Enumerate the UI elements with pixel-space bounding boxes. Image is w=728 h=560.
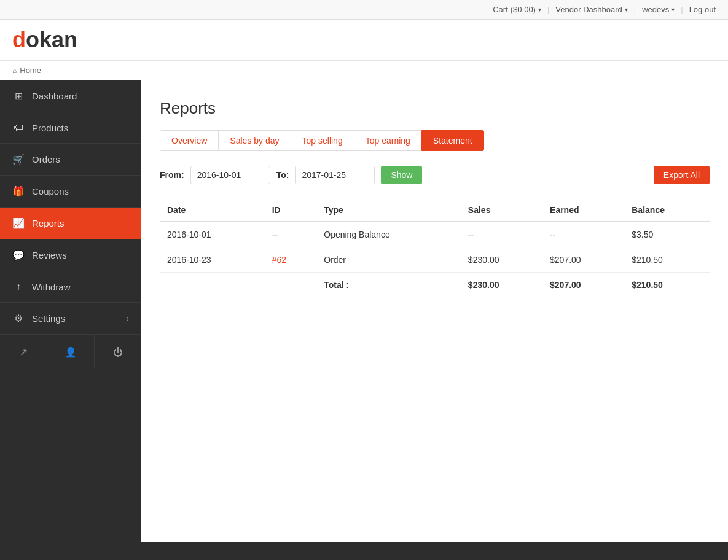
row1-sales: -- [461,222,542,247]
report-table: Date ID Type Sales Earned Balance 2016-1… [160,199,710,297]
table-row: 2016-10-01 -- Opening Balance -- -- $3.5… [160,222,710,247]
export-all-button[interactable]: Export All [654,166,710,184]
user-arrow-icon: ▾ [671,6,675,13]
divider-3: | [681,5,683,14]
home-icon: ⌂ [12,66,17,75]
footer: © 2017, dokanpro. All rights are reserve… [0,542,728,560]
total-balance: $210.50 [624,273,710,298]
table-row: 2016-10-23 #62 Order $230.00 $207.00 $21… [160,247,710,273]
date-filter: From: To: Show Export All [160,166,710,184]
tab-top-earning[interactable]: Top earning [354,130,422,151]
sidebar-bottom: ↗ 👤 ⏻ [0,335,141,369]
row2-type: Order [316,247,461,273]
sidebar-label-withdraw: Withdraw [32,282,129,292]
sidebar-item-reviews[interactable]: 💬 Reviews [0,239,141,271]
main-layout: ⊞ Dashboard 🏷 Products 🛒 Orders 🎁 Coupon… [0,80,728,542]
sidebar-label-coupons: Coupons [32,186,129,196]
row2-date: 2016-10-23 [160,247,265,273]
cart-label: Cart [493,5,508,14]
to-label: To: [276,170,289,180]
vendor-dashboard-label: Vendor Dashboard [555,5,622,14]
row2-sales: $230.00 [461,247,542,273]
coupons-icon: 🎁 [12,185,25,197]
page-title: Reports [160,99,710,118]
col-earned: Earned [542,199,624,222]
logo-text: okan [26,27,77,52]
withdraw-icon: ↑ [12,281,25,292]
row1-date: 2016-10-01 [160,222,265,247]
col-id: ID [265,199,317,222]
cart-arrow-icon: ▾ [538,6,541,13]
tab-statement[interactable]: Statement [421,130,484,151]
products-icon: 🏷 [12,122,25,133]
row2-id: #62 [265,247,317,273]
settings-icon: ⚙ [12,313,25,324]
breadcrumb: ⌂ Home [0,61,728,80]
tab-top-selling[interactable]: Top selling [291,130,354,151]
divider-2: | [634,5,636,14]
row1-balance: $3.50 [624,222,710,247]
row1-id: -- [265,222,317,247]
sidebar-label-products: Products [32,123,129,133]
user-dropdown[interactable]: wedevs ▾ [642,5,675,14]
table-total-row: Total : $230.00 $207.00 $210.50 [160,273,710,298]
dashboard-icon: ⊞ [12,90,25,102]
table-body: 2016-10-01 -- Opening Balance -- -- $3.5… [160,222,710,297]
logo[interactable]: dokan [12,27,716,53]
sidebar-label-dashboard: Dashboard [32,91,129,101]
cart-dropdown[interactable]: Cart ($0.00) ▾ [493,5,541,14]
logo-d: d [12,27,26,52]
sidebar-item-withdraw[interactable]: ↑ Withdraw [0,271,141,303]
cart-amount: ($0.00) [511,5,536,14]
show-button[interactable]: Show [381,166,422,184]
sidebar-item-orders[interactable]: 🛒 Orders [0,144,141,176]
reports-icon: 📈 [12,217,25,229]
sidebar-item-products[interactable]: 🏷 Products [0,112,141,144]
sidebar-external-link-icon[interactable]: ↗ [0,335,47,369]
row2-earned: $207.00 [542,247,624,273]
sidebar-item-coupons[interactable]: 🎁 Coupons [0,176,141,208]
sidebar-label-orders: Orders [32,154,129,165]
to-date-input[interactable] [295,166,375,184]
sidebar-label-settings: Settings [32,313,119,324]
order-link[interactable]: #62 [272,255,286,265]
table-header: Date ID Type Sales Earned Balance [160,199,710,222]
vendor-dashboard-dropdown[interactable]: Vendor Dashboard ▾ [555,5,627,14]
reviews-icon: 💬 [12,249,25,261]
total-earned: $207.00 [542,273,624,298]
tab-overview[interactable]: Overview [160,130,219,151]
tabs-container: Overview Sales by day Top selling Top ea… [160,130,710,151]
sidebar-power-icon[interactable]: ⏻ [95,335,141,369]
sidebar-item-settings[interactable]: ⚙ Settings › [0,303,141,335]
col-sales: Sales [461,199,542,222]
site-header: dokan [0,20,728,61]
top-bar: Cart ($0.00) ▾ | Vendor Dashboard ▾ | we… [0,0,728,20]
col-balance: Balance [624,199,710,222]
vendor-arrow-icon: ▾ [625,6,628,13]
row1-earned: -- [542,222,624,247]
divider-1: | [547,5,549,14]
sidebar-item-dashboard[interactable]: ⊞ Dashboard [0,80,141,112]
main-content: Reports Overview Sales by day Top sellin… [141,80,728,542]
total-empty-date [160,273,265,298]
total-empty-id [265,273,317,298]
sidebar-user-icon[interactable]: 👤 [47,335,95,369]
col-type: Type [316,199,461,222]
row2-balance: $210.50 [624,247,710,273]
orders-icon: 🛒 [12,154,25,165]
sidebar: ⊞ Dashboard 🏷 Products 🛒 Orders 🎁 Coupon… [0,80,141,542]
from-date-input[interactable] [190,166,270,184]
sidebar-label-reports: Reports [32,218,129,228]
user-label: wedevs [642,5,669,14]
col-date: Date [160,199,265,222]
logout-button[interactable]: Log out [689,5,716,14]
sidebar-label-reviews: Reviews [32,250,129,260]
sidebar-item-reports[interactable]: 📈 Reports [0,208,141,239]
total-label: Total : [316,273,461,298]
breadcrumb-home[interactable]: Home [20,66,41,75]
row1-type: Opening Balance [316,222,461,247]
tab-sales-by-day[interactable]: Sales by day [218,130,291,151]
from-label: From: [160,170,184,180]
settings-chevron-icon: › [127,314,129,323]
total-sales: $230.00 [461,273,542,298]
